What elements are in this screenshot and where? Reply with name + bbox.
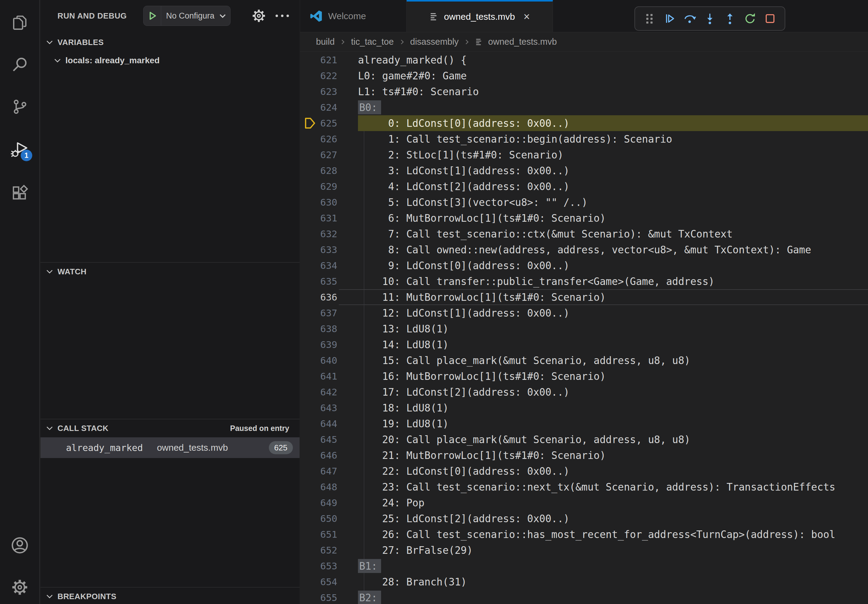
breakpoint-gutter[interactable]: 639 — [300, 337, 358, 353]
breakpoint-gutter[interactable]: 642 — [300, 384, 358, 400]
code-text[interactable]: 3: LdConst[1](address: 0x00..) — [358, 163, 868, 178]
breakpoint-gutter[interactable]: 655 — [300, 590, 358, 604]
breakpoint-gutter[interactable]: 638 — [300, 321, 358, 337]
code-text[interactable]: already_marked() { — [358, 52, 868, 68]
breakpoint-gutter[interactable]: 628 — [300, 163, 358, 178]
start-debug-button[interactable] — [144, 6, 161, 26]
section-header-watch[interactable]: WATCH — [40, 264, 299, 279]
sidebar-item-search[interactable] — [0, 48, 39, 82]
breakpoint-gutter[interactable]: 636 — [300, 289, 358, 305]
code-text[interactable]: 25: LdConst[2](address: 0x00..) — [358, 511, 868, 527]
launch-configuration-dropdown[interactable]: No Configura — [143, 6, 231, 26]
code-text[interactable]: 5: LdConst[3](vector<u8>: "" /..) — [358, 194, 868, 210]
account-button[interactable] — [0, 528, 39, 562]
code-text[interactable]: 6: MutBorrowLoc[1](ts#1#0: Scenario) — [358, 210, 868, 226]
code-text[interactable]: 20: Call place_mark(&mut Scenario, addre… — [358, 432, 868, 448]
code-text[interactable]: 16: MutBorrowLoc[1](ts#1#0: Scenario) — [358, 368, 868, 384]
code-text[interactable]: L0: game#2#0: Game — [358, 68, 868, 84]
code-text[interactable]: B1: — [358, 558, 868, 574]
code-text[interactable]: 24: Pop — [358, 495, 868, 511]
code-text[interactable]: 17: LdConst[2](address: 0x00..) — [358, 384, 868, 400]
step-into-button[interactable] — [701, 9, 719, 28]
tab-owned-tests[interactable]: owned_tests.mvb × — [407, 0, 553, 32]
breakpoint-gutter[interactable]: 651 — [300, 527, 358, 542]
breakpoint-gutter[interactable]: 652 — [300, 542, 358, 558]
code-text[interactable]: 0: LdConst[0](address: 0x00..) — [358, 115, 868, 131]
code-text[interactable]: 18: LdU8(1) — [358, 400, 868, 416]
stop-button[interactable] — [761, 9, 779, 28]
breadcrumb-item[interactable]: build — [316, 37, 335, 47]
variables-scope-row[interactable]: locals: already_marked — [40, 52, 299, 69]
breakpoint-gutter[interactable]: 653 — [300, 558, 358, 574]
code-text[interactable]: 19: LdU8(1) — [358, 416, 868, 432]
debug-settings-button[interactable] — [250, 7, 267, 24]
breakpoint-gutter[interactable]: 629 — [300, 178, 358, 194]
breakpoint-gutter[interactable]: 637 — [300, 305, 358, 321]
code-text[interactable]: 26: Call test_scenario::has_most_recent_… — [358, 527, 868, 542]
breadcrumb-item-file[interactable]: owned_tests.mvb — [488, 37, 557, 47]
code-text[interactable]: 2: StLoc[1](ts#1#0: Scenario) — [358, 147, 868, 163]
breakpoint-gutter[interactable]: 645 — [300, 432, 358, 448]
step-over-button[interactable] — [680, 9, 699, 28]
breadcrumb-item[interactable]: tic_tac_toe — [351, 37, 394, 47]
code-text[interactable]: 11: MutBorrowLoc[1](ts#1#0: Scenario) — [358, 289, 868, 305]
code-text[interactable]: B2: — [358, 590, 868, 604]
code-text[interactable]: 12: LdConst[1](address: 0x00..) — [358, 305, 868, 321]
breakpoint-gutter[interactable]: 631 — [300, 210, 358, 226]
code-text[interactable]: 23: Call test_scenario::next_tx(&mut Sce… — [358, 479, 868, 495]
step-out-button[interactable] — [721, 9, 739, 28]
breakpoint-gutter[interactable]: 650 — [300, 511, 358, 527]
sidebar-item-explorer[interactable] — [0, 6, 39, 40]
breakpoint-gutter[interactable]: 625 — [300, 115, 358, 131]
continue-button[interactable] — [660, 9, 679, 28]
breakpoint-gutter[interactable]: 624 — [300, 99, 358, 115]
code-text[interactable]: 8: Call owned::new(address, address, vec… — [358, 242, 868, 258]
breakpoint-gutter[interactable]: 648 — [300, 479, 358, 495]
code-text[interactable]: 4: LdConst[2](address: 0x00..) — [358, 178, 868, 194]
code-text[interactable]: 14: LdU8(1) — [358, 337, 868, 353]
code-text[interactable]: 7: Call test_scenario::ctx(&mut Scenario… — [358, 226, 868, 242]
code-text[interactable]: 1: Call test_scenario::begin(address): S… — [358, 131, 868, 147]
breakpoint-gutter[interactable]: 633 — [300, 242, 358, 258]
breakpoint-gutter[interactable]: 627 — [300, 147, 358, 163]
breakpoint-gutter[interactable]: 635 — [300, 273, 358, 289]
code-text[interactable]: 13: LdU8(1) — [358, 321, 868, 337]
breakpoint-gutter[interactable]: 623 — [300, 84, 358, 99]
section-header-breakpoints[interactable]: BREAKPOINTS — [40, 589, 299, 604]
code-text[interactable]: 27: BrFalse(29) — [358, 542, 868, 558]
breakpoint-gutter[interactable]: 654 — [300, 574, 358, 590]
breakpoint-gutter[interactable]: 646 — [300, 448, 358, 463]
code-text[interactable]: 22: LdConst[0](address: 0x00..) — [358, 463, 868, 479]
breakpoint-gutter[interactable]: 632 — [300, 226, 358, 242]
breakpoint-gutter[interactable]: 647 — [300, 463, 358, 479]
code-text[interactable]: L1: ts#1#0: Scenario — [358, 84, 868, 99]
code-text[interactable]: 28: Branch(31) — [358, 574, 868, 590]
breakpoint-gutter[interactable]: 630 — [300, 194, 358, 210]
breakpoint-gutter[interactable]: 640 — [300, 353, 358, 368]
breadcrumb-item[interactable]: disassembly — [410, 37, 459, 47]
breakpoint-gutter[interactable]: 649 — [300, 495, 358, 511]
sidebar-item-run-and-debug[interactable]: 1 — [0, 133, 39, 166]
code-text[interactable]: 10: Call transfer::public_transfer<Game>… — [358, 273, 868, 289]
code-text[interactable]: 9: LdConst[0](address: 0x00..) — [358, 258, 868, 273]
breakpoint-gutter[interactable]: 622 — [300, 68, 358, 84]
code-text[interactable]: 21: MutBorrowLoc[1](ts#1#0: Scenario) — [358, 448, 868, 463]
breakpoint-gutter[interactable]: 626 — [300, 131, 358, 147]
sidebar-item-source-control[interactable] — [0, 90, 39, 124]
breakpoint-gutter[interactable]: 634 — [300, 258, 358, 273]
breakpoint-gutter[interactable]: 644 — [300, 416, 358, 432]
toolbar-drag-handle[interactable] — [640, 9, 659, 28]
code-text[interactable]: 15: Call place_mark(&mut Scenario, addre… — [358, 353, 868, 368]
views-more-actions-button[interactable] — [272, 7, 292, 24]
close-icon[interactable]: × — [524, 11, 530, 22]
breakpoint-gutter[interactable]: 643 — [300, 400, 358, 416]
settings-button[interactable] — [0, 570, 39, 604]
breakpoint-gutter[interactable]: 621 — [300, 52, 358, 68]
code-text[interactable]: B0: — [358, 99, 868, 115]
sidebar-item-extensions[interactable] — [0, 176, 39, 209]
call-stack-frame[interactable]: already_marked owned_tests.mvb 625 — [40, 437, 299, 458]
breakpoint-gutter[interactable]: 641 — [300, 368, 358, 384]
restart-button[interactable] — [741, 9, 759, 28]
section-header-variables[interactable]: VARIABLES — [40, 35, 299, 50]
tab-welcome[interactable]: Welcome — [300, 0, 407, 32]
